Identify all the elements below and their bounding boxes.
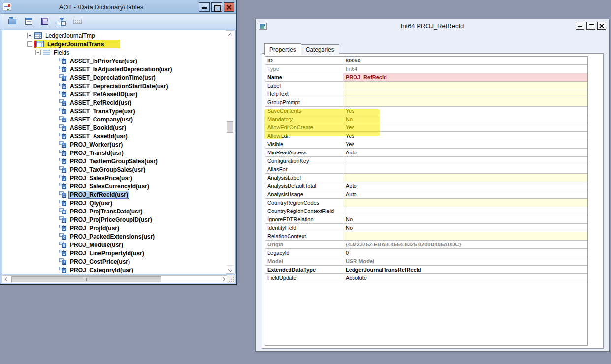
properties-button[interactable]	[24, 16, 33, 26]
import-button[interactable]	[56, 16, 66, 26]
property-value[interactable]: No	[343, 224, 587, 232]
horizontal-scroll-thumb[interactable]	[11, 276, 161, 282]
property-row[interactable]: IgnoreEDTRelation No	[265, 215, 587, 224]
tree-item[interactable]: 31 ASSET_DepreciationStartDate(usr)	[2, 82, 225, 90]
property-row[interactable]: ConfigurationKey	[265, 157, 587, 165]
scroll-down-button[interactable]	[226, 265, 234, 273]
property-row[interactable]: IdentityField No	[265, 224, 587, 232]
close-button[interactable]	[597, 22, 606, 30]
tree-expander-icon[interactable]: −	[27, 41, 32, 47]
tree-item[interactable]: + LedgerJournalTmp	[2, 31, 225, 40]
tree-item[interactable]: − LedgerJournalTrans	[2, 40, 225, 48]
scroll-right-button[interactable]	[219, 276, 227, 283]
property-value[interactable]	[343, 207, 587, 215]
property-value[interactable]	[343, 157, 587, 165]
property-row[interactable]: Mandatory No	[265, 115, 587, 123]
tree-expander-icon[interactable]: −	[35, 50, 41, 55]
property-row[interactable]: FieldUpdate Absolute	[265, 274, 587, 282]
minimize-button[interactable]	[199, 2, 210, 12]
property-row[interactable]: AllowEditOnCreate Yes	[265, 123, 587, 132]
maximize-button[interactable]	[586, 22, 595, 30]
property-value[interactable]	[343, 98, 587, 106]
property-value[interactable]: 0	[343, 249, 587, 257]
scroll-up-button[interactable]	[226, 31, 234, 39]
property-row[interactable]: AllowEdit Yes	[265, 132, 587, 140]
property-row[interactable]: ID 60050	[265, 57, 587, 65]
tree-item[interactable]: 31 PROJ_ProjTransDate(usr)	[2, 207, 225, 215]
tree-item[interactable]: C PROJ_PackedExtensions(usr)	[2, 232, 225, 241]
property-row[interactable]: Type Int64	[265, 65, 587, 73]
tree-item[interactable]: A PROJ_CategoryId(usr)	[2, 266, 225, 274]
property-row[interactable]: Label	[265, 82, 587, 90]
tree-item[interactable]: A PROJ_ProjPriceGroupID(usr)	[2, 215, 225, 224]
tree-item[interactable]: A PROJ_TaxGroupSales(usr)	[2, 165, 225, 174]
property-row[interactable]: AnalysisUsage Auto	[265, 190, 587, 199]
resize-grip[interactable]	[227, 275, 235, 283]
property-value[interactable]: PROJ_RefRecId	[343, 73, 587, 81]
tab-properties[interactable]: Properties	[264, 43, 301, 55]
property-value[interactable]	[343, 165, 587, 173]
vertical-scrollbar[interactable]	[226, 30, 234, 274]
tree-expander-icon[interactable]: +	[27, 33, 32, 38]
tree-item[interactable]: A PROJ_LinePropertyId(usr)	[2, 249, 225, 257]
tree-item[interactable]: E PROJ_Module(usr)	[2, 241, 225, 249]
property-value[interactable]: Yes	[343, 140, 587, 148]
property-row[interactable]: LegacyId 0	[265, 249, 587, 257]
property-row[interactable]: MinReadAccess Auto	[265, 149, 587, 157]
property-value[interactable]	[343, 232, 587, 240]
property-row[interactable]: SaveContents Yes	[265, 107, 587, 115]
tree-item[interactable]: .1 PROJ_CostPrice(usr)	[2, 257, 225, 266]
property-value[interactable]: No	[343, 215, 587, 223]
close-button[interactable]	[224, 2, 234, 12]
property-value[interactable]: Yes	[343, 123, 587, 131]
property-value[interactable]: Auto	[343, 190, 587, 198]
property-value[interactable]: Auto	[343, 149, 587, 156]
tree-item[interactable]: A ASSET_Company(usr)	[2, 115, 225, 123]
property-value[interactable]: LedgerJournalTransRefRecId	[343, 266, 587, 273]
aot-titlebar[interactable]: AOT - \Data Dictionary\Tables	[0, 0, 236, 14]
tree-item[interactable]: E ASSET_TransType(usr)	[2, 107, 225, 115]
property-row[interactable]: ExtendedDataType LedgerJournalTransRefRe…	[265, 266, 587, 274]
property-value[interactable]: Int64	[343, 65, 587, 73]
tree-item[interactable]: .1 PROJ_SalesPrice(usr)	[2, 174, 225, 182]
keyboard-button[interactable]	[72, 16, 82, 26]
tree-item[interactable]: A PROJ_SalesCurrencyId(usr)	[2, 182, 225, 190]
tree-item[interactable]: A PROJ_TransId(usr)	[2, 149, 225, 157]
property-value[interactable]	[343, 199, 587, 207]
property-row[interactable]: CountryRegionCodes	[265, 199, 587, 207]
property-row[interactable]: Visible Yes	[265, 140, 587, 149]
tree-item[interactable]: 1 ASSET_RefRecId(usr)	[2, 98, 225, 107]
property-row[interactable]: RelationContext	[265, 232, 587, 241]
property-value[interactable]	[343, 82, 587, 90]
property-value[interactable]: No	[343, 115, 587, 123]
property-value[interactable]: Yes	[343, 107, 587, 115]
tree-item[interactable]: − Fields	[2, 48, 225, 57]
tree-item[interactable]: A ASSET_BookId(usr)	[2, 123, 225, 132]
property-value[interactable]: USR Model	[343, 257, 587, 265]
scroll-left-button[interactable]	[2, 276, 11, 283]
tree-item[interactable]: E ASSET_IsAdjustedDepreciation(usr)	[2, 65, 225, 73]
minimize-button[interactable]	[576, 22, 584, 30]
open-button[interactable]	[7, 16, 17, 26]
tab-categories[interactable]: Categories	[301, 44, 339, 55]
tree-item[interactable]: A ASSET_AssetId(usr)	[2, 132, 225, 140]
property-row[interactable]: CountryRegionContextField	[265, 207, 587, 215]
property-row[interactable]: AnalysisLabel	[265, 174, 587, 182]
tree-item[interactable]: .1 PROJ_Qty(usr)	[2, 199, 225, 207]
tree-item[interactable]: .1 ASSET_DepreciationTime(usr)	[2, 73, 225, 82]
property-value[interactable]: {43223752-EBAB-4664-8325-0200D405ADDC}	[343, 241, 587, 248]
property-titlebar[interactable]: Int64 PROJ_RefRecId	[256, 19, 609, 32]
save-button[interactable]	[40, 16, 50, 26]
property-row[interactable]: Model USR Model	[265, 257, 587, 266]
property-row[interactable]: AnalysisDefaultTotal Auto	[265, 182, 587, 190]
tree-item[interactable]: 1 PROJ_RefRecId(usr)	[2, 190, 225, 199]
tree-item[interactable]: 1 PROJ_Worker(usr)	[2, 140, 225, 149]
property-row[interactable]: Origin {43223752-EBAB-4664-8325-0200D405…	[265, 241, 587, 249]
property-row[interactable]: AliasFor	[265, 165, 587, 174]
maximize-button[interactable]	[211, 2, 222, 12]
tree-item[interactable]: E ASSET_IsPriorYear(usr)	[2, 57, 225, 65]
property-value[interactable]: Absolute	[343, 274, 587, 282]
property-row[interactable]: HelpText	[265, 90, 587, 98]
property-value[interactable]: Auto	[343, 182, 587, 190]
property-value[interactable]: Yes	[343, 132, 587, 140]
